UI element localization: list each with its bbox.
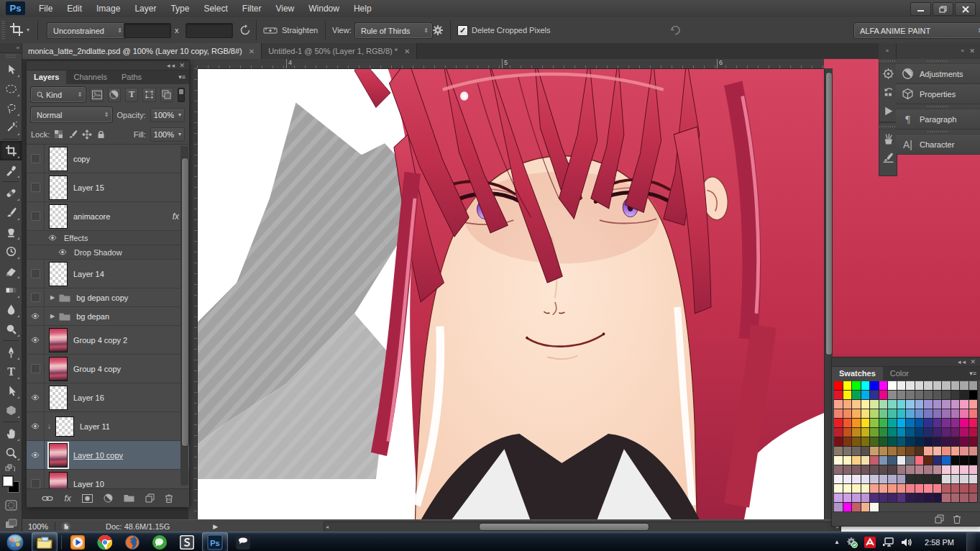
layer-thumbnail[interactable] [49,386,68,410]
lasso-tool[interactable] [0,99,22,118]
swatch[interactable] [861,484,871,493]
swatch[interactable] [924,400,933,409]
swatch[interactable] [906,419,915,428]
swatch[interactable] [924,456,933,465]
swatch[interactable] [879,428,889,437]
taskbar-app-messenger[interactable] [231,533,255,551]
layer-row-effects[interactable]: Effects [27,231,189,245]
foreground-color-chip[interactable] [2,475,14,487]
swatch[interactable] [861,475,871,484]
swatch[interactable] [960,475,969,484]
taskbar-app-firefox[interactable] [120,533,145,551]
swatch[interactable] [960,465,969,475]
swatch[interactable] [933,465,943,475]
swatch[interactable] [906,456,915,465]
layer-row-copy[interactable]: copy [27,145,189,173]
visibility-toggle[interactable] [27,202,45,230]
path-selection-tool[interactable] [0,381,22,401]
layer-name[interactable]: Group 4 copy 2 [73,336,127,345]
lock-pixels-icon[interactable] [68,129,78,139]
layer-fx-badge[interactable]: fx [173,211,179,222]
filter-pixel-layers-icon[interactable] [90,88,103,102]
swatch[interactable] [870,484,879,493]
clone-source-panel-icon[interactable] [879,148,897,167]
swatch[interactable] [924,475,933,484]
status-flyout-arrow[interactable]: ▶ [213,523,218,530]
swatch[interactable] [906,447,915,456]
swatch[interactable] [969,447,979,456]
visibility-toggle[interactable] [27,173,45,201]
lock-position-icon[interactable] [82,129,92,140]
swatches-close-icon[interactable]: ✕ [970,358,977,365]
swatch[interactable] [897,493,907,503]
layer-row-layer-16[interactable]: Layer 16 [27,383,189,412]
visibility-toggle[interactable] [27,441,45,469]
brush-tool[interactable] [0,203,22,222]
swatch[interactable] [942,419,951,428]
swatch[interactable] [843,428,853,437]
visibility-toggle[interactable] [27,307,45,325]
swatch[interactable] [861,419,871,428]
zoom-tool[interactable] [0,443,22,463]
panel-button-adjustments[interactable]: Adjustments [896,64,980,84]
delete-cropped-checkbox[interactable]: ✓ [457,25,468,36]
layer-name[interactable]: Layer 10 [73,480,104,488]
filter-smart-objects-icon[interactable] [160,88,173,102]
swatch[interactable] [834,456,843,465]
start-button[interactable] [0,533,30,551]
swatch[interactable] [969,391,979,400]
history-panel-icon[interactable] [879,83,897,101]
swatch[interactable] [960,419,969,428]
swatches-menu-icon[interactable]: ▾≡ [969,370,976,377]
swatch[interactable] [951,381,961,391]
filter-shape-layers-icon[interactable] [142,88,155,102]
group-expand-icon[interactable]: ▶ [50,294,55,301]
tab-close-icon[interactable]: ✕ [249,47,255,55]
scroll-left-arrow[interactable]: ◂ [326,524,329,530]
swatch[interactable] [951,447,961,456]
layer-style-icon[interactable]: fx [64,493,70,504]
swatch[interactable] [951,437,961,447]
swatch[interactable] [879,391,889,400]
swatch[interactable] [888,447,897,456]
group-expand-icon[interactable]: ▶ [50,313,55,319]
layer-filtering-toggle[interactable] [178,88,185,102]
swatch[interactable] [897,400,907,409]
swatch[interactable] [879,419,889,428]
swatch[interactable] [879,456,889,465]
swatch[interactable] [861,400,871,409]
healing-brush-tool[interactable] [0,183,22,203]
layer-row-layer-14[interactable]: Layer 14 [27,260,189,288]
layers-panel-tab-channels[interactable]: Channels [66,70,114,84]
swatch[interactable] [861,381,871,391]
swatch[interactable] [969,493,979,503]
swatches-tab-color[interactable]: Color [883,367,916,381]
swatch[interactable] [960,484,969,493]
swatch[interactable] [915,437,925,447]
menu-item-select[interactable]: Select [196,0,234,17]
swatch[interactable] [960,493,969,503]
horizontal-scrollbar[interactable]: ◂ ▸ [324,522,841,532]
swatch[interactable] [933,437,943,447]
swatch[interactable] [861,437,871,447]
swatch[interactable] [915,447,925,456]
layer-name[interactable]: copy [73,155,90,163]
minimize-button[interactable] [910,2,931,16]
swatch[interactable] [834,475,843,484]
swatch[interactable] [843,447,853,456]
swatch[interactable] [834,409,843,419]
swatch[interactable] [870,391,879,400]
layer-row-drop-shadow[interactable]: Drop Shadow [27,245,189,260]
swatch[interactable] [879,409,889,419]
swatch[interactable] [888,456,897,465]
workspace-select[interactable]: ALFA ANIME PAINT⇕ [854,23,980,38]
menu-item-layer[interactable]: Layer [127,0,163,17]
swatch[interactable] [834,493,843,503]
visibility-toggle[interactable] [27,145,45,173]
swatch[interactable] [870,381,879,391]
swatch[interactable] [960,456,969,465]
close-button[interactable] [955,2,976,16]
swatch[interactable] [942,456,951,465]
swatch[interactable] [861,456,871,465]
swatches-tab-swatches[interactable]: Swatches [832,367,883,381]
